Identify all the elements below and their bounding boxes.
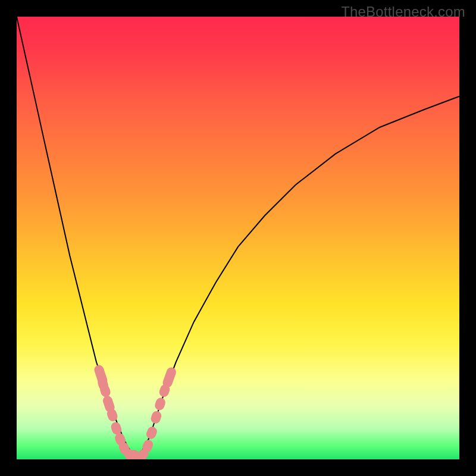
data-marker — [149, 410, 162, 425]
left-branch-curve — [17, 17, 136, 459]
watermark-text: TheBottleneck.com — [341, 4, 465, 20]
right-branch-curve — [136, 96, 459, 459]
chart-frame: TheBottleneck.com — [0, 0, 476, 476]
curves-svg — [17, 17, 459, 459]
data-marker — [161, 366, 177, 389]
data-marker — [154, 396, 167, 411]
plot-area — [17, 17, 459, 459]
data-markers — [93, 364, 177, 459]
data-marker — [145, 425, 159, 440]
